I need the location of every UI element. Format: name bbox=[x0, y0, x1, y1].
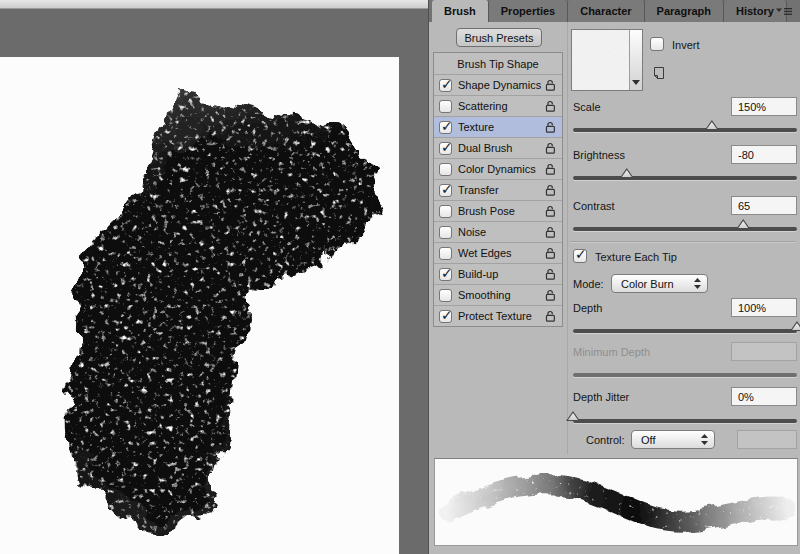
control-extra-input bbox=[737, 430, 797, 449]
contrast-value-input[interactable]: 65 bbox=[731, 196, 797, 215]
slider-track[interactable] bbox=[573, 329, 797, 333]
texture-picker-dropdown[interactable] bbox=[629, 30, 642, 90]
brush-option-row-texture[interactable]: Texture bbox=[434, 116, 562, 137]
brush-option-checkbox[interactable] bbox=[439, 79, 452, 92]
unlock-icon[interactable] bbox=[545, 289, 556, 301]
tab-character[interactable]: Character bbox=[568, 0, 644, 22]
slider-thumb[interactable] bbox=[566, 411, 580, 421]
brush-option-row-protect-texture[interactable]: Protect Texture bbox=[434, 305, 562, 326]
section-divider bbox=[570, 241, 796, 243]
slider-thumb[interactable] bbox=[620, 168, 634, 178]
mode-dropdown[interactable]: Color Burn bbox=[611, 274, 708, 293]
brush-option-row-build-up[interactable]: Build-up bbox=[434, 263, 562, 284]
slider-track[interactable] bbox=[573, 128, 797, 132]
unlock-icon[interactable] bbox=[545, 268, 556, 280]
brush-option-label: Color Dynamics bbox=[458, 163, 545, 175]
brightness-label: Brightness bbox=[573, 149, 625, 161]
chevron-down-icon bbox=[632, 80, 640, 85]
texture-each-tip-label: Texture Each Tip bbox=[595, 251, 677, 263]
scale-slider[interactable] bbox=[573, 118, 797, 133]
brush-option-label: Wet Edges bbox=[458, 247, 545, 259]
slider-track[interactable] bbox=[573, 176, 797, 180]
brush-option-label: Shape Dynamics bbox=[458, 79, 545, 91]
brush-option-checkbox[interactable] bbox=[439, 142, 452, 155]
depth-slider[interactable] bbox=[573, 319, 797, 334]
brush-option-row-shape-dynamics[interactable]: Shape Dynamics bbox=[434, 74, 562, 95]
new-texture-preset-icon[interactable] bbox=[651, 66, 665, 80]
unlock-icon[interactable] bbox=[545, 79, 556, 91]
brush-option-checkbox[interactable] bbox=[439, 247, 452, 260]
unlock-icon[interactable] bbox=[545, 184, 556, 196]
depth-jitter-value-input[interactable]: 0% bbox=[731, 387, 797, 406]
control-dropdown[interactable]: Off bbox=[631, 430, 715, 449]
canvas-document[interactable] bbox=[0, 57, 399, 554]
slider-thumb[interactable] bbox=[705, 120, 719, 130]
contrast-slider[interactable] bbox=[573, 217, 797, 232]
slider-track[interactable] bbox=[573, 419, 797, 423]
brush-option-checkbox[interactable] bbox=[439, 205, 452, 218]
brush-option-checkbox[interactable] bbox=[439, 163, 452, 176]
tab-label: Brush bbox=[444, 5, 476, 17]
tab-label: History bbox=[736, 5, 774, 17]
depth-value-input[interactable]: 100% bbox=[731, 298, 797, 317]
control-label: Control: bbox=[586, 434, 625, 446]
unlock-icon[interactable] bbox=[545, 226, 556, 238]
brush-stroke-preview bbox=[434, 458, 798, 546]
brush-option-checkbox[interactable] bbox=[439, 184, 452, 197]
unlock-icon[interactable] bbox=[545, 121, 556, 133]
minimum-depth-value-input bbox=[731, 342, 797, 361]
unlock-icon[interactable] bbox=[545, 205, 556, 217]
brush-option-label: Protect Texture bbox=[458, 310, 545, 322]
column-divider bbox=[567, 22, 568, 454]
brush-option-checkbox[interactable] bbox=[439, 226, 452, 239]
invert-checkbox[interactable] bbox=[650, 37, 664, 51]
scale-label: Scale bbox=[573, 101, 601, 113]
brush-option-checkbox[interactable] bbox=[439, 121, 452, 134]
unlock-icon[interactable] bbox=[545, 247, 556, 259]
brush-panel-body: Brush Presets Brush Tip Shape Shape Dyna… bbox=[429, 22, 800, 554]
brush-option-checkbox[interactable] bbox=[439, 310, 452, 323]
slider-track[interactable] bbox=[573, 227, 797, 231]
brightness-value-input[interactable]: -80 bbox=[731, 145, 797, 164]
unlock-icon[interactable] bbox=[545, 310, 556, 322]
tab-brush[interactable]: Brush bbox=[432, 0, 489, 22]
brush-option-checkbox[interactable] bbox=[439, 289, 452, 302]
invert-label: Invert bbox=[672, 39, 700, 51]
brush-option-row-scattering[interactable]: Scattering bbox=[434, 95, 562, 116]
options-bar-edge bbox=[0, 0, 428, 9]
texture-each-tip-checkbox[interactable] bbox=[573, 249, 587, 263]
brush-tip-shape-item[interactable]: Brush Tip Shape bbox=[434, 53, 562, 74]
brush-option-checkbox[interactable] bbox=[439, 268, 452, 281]
brush-option-label: Build-up bbox=[458, 268, 545, 280]
unlock-icon[interactable] bbox=[545, 142, 556, 154]
mode-value: Color Burn bbox=[621, 278, 693, 290]
brightness-slider[interactable] bbox=[573, 166, 797, 181]
slider-thumb[interactable] bbox=[736, 219, 750, 229]
brush-option-row-color-dynamics[interactable]: Color Dynamics bbox=[434, 158, 562, 179]
tab-label: Paragraph bbox=[657, 5, 711, 17]
tab-properties[interactable]: Properties bbox=[489, 0, 568, 22]
brush-stroke-artwork bbox=[0, 57, 399, 554]
brush-option-label: Smoothing bbox=[458, 289, 545, 301]
brush-option-row-dual-brush[interactable]: Dual Brush bbox=[434, 137, 562, 158]
brush-option-checkbox[interactable] bbox=[439, 100, 452, 113]
unlock-icon[interactable] bbox=[545, 163, 556, 175]
panel-menu-icon[interactable] bbox=[776, 7, 793, 16]
depth-label: Depth bbox=[573, 302, 602, 314]
tab-paragraph[interactable]: Paragraph bbox=[645, 0, 724, 22]
panel-tab-bar: Brush Properties Character Paragraph His… bbox=[429, 0, 800, 22]
depth-jitter-label: Depth Jitter bbox=[573, 391, 629, 403]
brush-option-row-smoothing[interactable]: Smoothing bbox=[434, 284, 562, 305]
brush-option-row-brush-pose[interactable]: Brush Pose bbox=[434, 200, 562, 221]
texture-pattern-thumbnail[interactable] bbox=[571, 29, 643, 91]
control-value: Off bbox=[641, 434, 700, 446]
unlock-icon[interactable] bbox=[545, 100, 556, 112]
scale-value-input[interactable]: 150% bbox=[731, 97, 797, 116]
texture-pattern-image bbox=[572, 30, 629, 90]
brush-option-row-wet-edges[interactable]: Wet Edges bbox=[434, 242, 562, 263]
brush-presets-button[interactable]: Brush Presets bbox=[456, 28, 542, 47]
brush-option-row-noise[interactable]: Noise bbox=[434, 221, 562, 242]
depth-jitter-slider[interactable] bbox=[573, 409, 797, 424]
slider-thumb[interactable] bbox=[790, 321, 800, 331]
brush-option-row-transfer[interactable]: Transfer bbox=[434, 179, 562, 200]
